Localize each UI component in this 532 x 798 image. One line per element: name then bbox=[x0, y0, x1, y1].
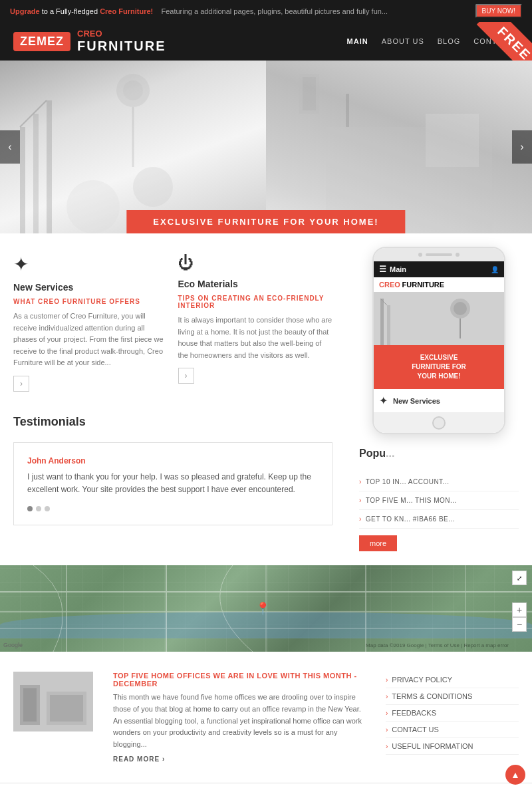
footer-article-thumbnail bbox=[13, 672, 93, 732]
arrow-icon-2: › bbox=[386, 693, 388, 700]
footer-link-privacy[interactable]: › PRIVACY POLICY bbox=[386, 672, 519, 688]
arrow-icon-4: › bbox=[386, 726, 388, 733]
svg-rect-5 bbox=[133, 167, 173, 207]
map-pin: 📍 bbox=[255, 601, 270, 616]
svg-point-8 bbox=[123, 80, 143, 100]
testimonials-title: Testimonials bbox=[13, 415, 332, 429]
footer-link-label-4: CONTACT US bbox=[392, 726, 439, 733]
testimonial-text: I just want to thank you for your help. … bbox=[27, 471, 319, 496]
footer-article-text: This month we have found five home offic… bbox=[113, 692, 366, 750]
pop-chevron-3: › bbox=[359, 515, 362, 523]
promo-brand: Creo Furniture! bbox=[100, 7, 153, 15]
dot-2[interactable] bbox=[36, 506, 41, 511]
svg-rect-11 bbox=[426, 114, 479, 167]
map-watermark: Map data ©2019 Google | Terms of Use | R… bbox=[366, 642, 509, 648]
svg-rect-16 bbox=[387, 305, 390, 345]
nav-main[interactable]: MAIN bbox=[347, 37, 368, 45]
pop-chevron-1: › bbox=[359, 478, 362, 485]
slider-right-image bbox=[266, 61, 532, 233]
phone-home-button[interactable] bbox=[374, 413, 504, 433]
service-1-text: As a customer of Creo Furniture, you wil… bbox=[13, 311, 168, 369]
svg-point-19 bbox=[454, 302, 467, 315]
slider-prev-button[interactable]: ‹ bbox=[0, 130, 20, 164]
testimonial-dots bbox=[27, 506, 319, 511]
testimonial-box: John Anderson I just want to thank you f… bbox=[13, 442, 332, 525]
slider-left-image bbox=[0, 61, 266, 233]
map-expand-button[interactable]: ⤢ bbox=[512, 571, 527, 585]
main-column: ✦ New Services WHAT CREO FURNITURE OFFER… bbox=[0, 233, 346, 565]
pop-text-1: TOP 10 IN... ACCOUNT... bbox=[366, 478, 450, 485]
map-zoom-out[interactable]: − bbox=[512, 617, 527, 632]
phone-dot-2 bbox=[456, 253, 460, 257]
footer-link-label-5: USEFUL INFORMATION bbox=[392, 742, 473, 750]
bottom-footer: CREO FURNITURE f G+ t p © 2019 • PRIVACY… bbox=[0, 783, 532, 798]
nav-about[interactable]: ABOUT US bbox=[382, 37, 424, 45]
service-card-2: ⏻ Eco Materials TIPS ON CREATING AN ECO-… bbox=[178, 253, 333, 392]
footer-link-label-1: PRIVACY POLICY bbox=[392, 676, 452, 684]
map-zoom-controls: + − bbox=[512, 602, 527, 632]
svg-rect-14 bbox=[374, 292, 504, 345]
phone-logo: CREO FURNITURE bbox=[374, 277, 504, 292]
service-2-link[interactable]: TIPS ON CREATING AN ECO-FRIENDLY INTERIO… bbox=[178, 295, 333, 309]
svg-rect-0 bbox=[20, 127, 25, 233]
hero-slider: ‹ › EXCLUSIVE FURNITURE FOR YOUR HOME! bbox=[0, 61, 532, 233]
free-label: FREE bbox=[477, 22, 532, 61]
testimonial-author: John Anderson bbox=[27, 456, 319, 466]
footer-content: TOP FIVE HOME OFFICES WE ARE IN LOVE WIT… bbox=[0, 652, 532, 783]
pop-chevron-2: › bbox=[359, 497, 362, 504]
footer-link-feedbacks[interactable]: › FEEDBACKS bbox=[386, 705, 519, 722]
map-section: 📍 ⤢ + − Google Map data ©2019 Google | T… bbox=[0, 565, 532, 652]
services-section: ✦ New Services WHAT CREO FURNITURE OFFER… bbox=[13, 253, 332, 392]
phone-speaker-bar bbox=[426, 253, 452, 256]
svg-rect-31 bbox=[23, 688, 37, 722]
service-1-title: New Services bbox=[13, 282, 168, 293]
more-button[interactable]: more bbox=[359, 535, 397, 551]
footer-links: › PRIVACY POLICY › TERMS & CONDITIONS › … bbox=[386, 672, 519, 763]
testimonials-section: Testimonials John Anderson I just want t… bbox=[13, 415, 332, 525]
service-card-1: ✦ New Services WHAT CREO FURNITURE OFFER… bbox=[13, 253, 168, 392]
logo-creo: CREO bbox=[77, 29, 166, 39]
phone-cta-text: EXCLUSIVEFURNITURE FORYOUR HOME! bbox=[374, 345, 504, 389]
phone-service-item: ✦ New Services bbox=[374, 389, 504, 413]
read-more-link[interactable]: READ MORE › bbox=[113, 755, 366, 763]
site-logo: CREO FURNITURE bbox=[77, 29, 166, 54]
svg-rect-4 bbox=[66, 180, 120, 233]
promo-bar: Upgrade to a Fully-fledged Creo Furnitur… bbox=[0, 0, 532, 22]
arrow-icon-3: › bbox=[386, 710, 388, 717]
phone-hero-image bbox=[374, 292, 504, 345]
phone-screen: ☰ Main 👤 CREO FURNITURE bbox=[374, 261, 504, 433]
arrow-icon-5: › bbox=[386, 743, 388, 750]
service-2-text: It is always important to consider those… bbox=[178, 315, 333, 361]
service-1-link[interactable]: WHAT CREO FURNITURE OFFERS bbox=[13, 298, 168, 305]
phone-service-label: New Services bbox=[393, 397, 440, 405]
footer-link-contact[interactable]: › CONTACT US bbox=[386, 722, 519, 738]
promo-text-right: Featuring a additional pages, plugins, b… bbox=[161, 7, 388, 15]
slider-caption: EXCLUSIVE FURNITURE FOR YOUR HOME! bbox=[126, 210, 405, 233]
arrow-icon-1: › bbox=[386, 676, 388, 684]
dot-3[interactable] bbox=[45, 506, 50, 511]
svg-rect-2 bbox=[47, 100, 52, 233]
promo-buy-button[interactable]: BUY NOW! bbox=[475, 4, 522, 18]
dot-1[interactable] bbox=[27, 506, 33, 511]
popular-item-2[interactable]: › TOP FIVE M... THIS MON... bbox=[359, 491, 519, 510]
popular-item-3[interactable]: › GET TO KN... #IBA66 BE... bbox=[359, 510, 519, 529]
popular-item-1[interactable]: › TOP 10 IN... ACCOUNT... bbox=[359, 473, 519, 491]
phone-service-icon: ✦ bbox=[379, 394, 388, 407]
footer-link-terms[interactable]: › TERMS & CONDITIONS bbox=[386, 688, 519, 705]
map-zoom-in[interactable]: + bbox=[512, 602, 527, 617]
nav-blog[interactable]: BLOG bbox=[438, 37, 461, 45]
scroll-top-button[interactable]: ▲ bbox=[505, 765, 525, 785]
phone-logo-furniture: FURNITURE bbox=[402, 281, 445, 289]
footer-link-label-2: TERMS & CONDITIONS bbox=[392, 692, 472, 700]
slider-next-button[interactable]: › bbox=[512, 130, 532, 164]
header: ZEMEZ CREO FURNITURE MAIN ABOUT US BLOG … bbox=[0, 22, 532, 61]
phone-nav-label: Main bbox=[390, 265, 406, 273]
footer-link-label-3: FEEDBACKS bbox=[392, 709, 436, 717]
footer-link-useful[interactable]: › USEFUL INFORMATION bbox=[386, 738, 519, 755]
service-2-arrow[interactable]: › bbox=[178, 368, 194, 384]
promo-upgrade: Upgrade bbox=[10, 7, 40, 15]
free-ribbon: FREE bbox=[469, 22, 532, 61]
service-1-arrow[interactable]: › bbox=[13, 376, 29, 392]
right-column: ☰ Main 👤 CREO FURNITURE bbox=[346, 233, 532, 565]
map-google-logo: Google bbox=[3, 642, 23, 648]
